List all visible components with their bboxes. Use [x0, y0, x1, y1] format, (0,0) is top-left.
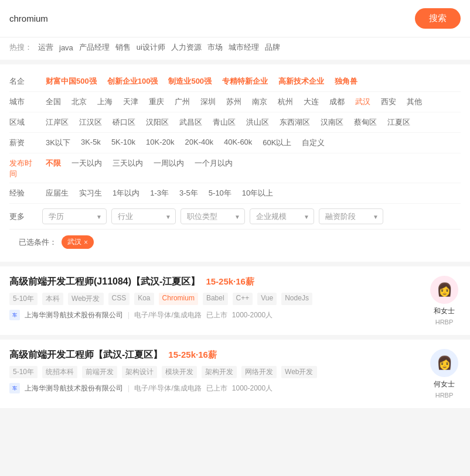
- filter-item-city[interactable]: 上海: [94, 95, 116, 108]
- hot-search-item[interactable]: 产品经理: [79, 42, 110, 53]
- filter-item-city[interactable]: 深圳: [197, 95, 219, 108]
- filter-item-city[interactable]: 大连: [300, 95, 322, 108]
- hot-search-item[interactable]: 城市经理: [229, 42, 259, 53]
- filter-item-experience[interactable]: 3-5年: [176, 187, 202, 200]
- filter-item-city[interactable]: 全国: [42, 95, 64, 108]
- filter-item-district[interactable]: 武昌区: [176, 116, 206, 129]
- filter-item-experience[interactable]: 1-3年: [147, 187, 172, 200]
- hot-search-item[interactable]: 人力资源: [171, 42, 202, 53]
- company-logo: 车: [9, 383, 20, 393]
- filter-item-salary[interactable]: 自定义: [298, 136, 328, 149]
- filter-item-publish-time[interactable]: 三天以内: [109, 157, 147, 170]
- filter-item-city[interactable]: 北京: [68, 95, 90, 108]
- job-tag: Koa: [134, 293, 154, 305]
- filter-item-district[interactable]: 汉南区: [317, 116, 347, 129]
- filter-item-district[interactable]: 江夏区: [384, 116, 414, 129]
- job-tags: 5-10年 本科 Web开发 CSS Koa Chromium Babel C+…: [9, 293, 421, 305]
- selected-tag-wuhan[interactable]: 武汉 ×: [62, 235, 94, 249]
- filter-item[interactable]: 高新技术企业: [275, 75, 328, 88]
- filter-row-company-type: 名企 财富中国500强 创新企业100强 制造业500强 专精特新企业 高新技术…: [9, 71, 461, 92]
- filter-item-district[interactable]: 青山区: [209, 116, 239, 129]
- hot-search-item[interactable]: 市场: [207, 42, 223, 53]
- filter-item-salary[interactable]: 3K-5k: [77, 136, 104, 149]
- filter-label-district: 区域: [9, 116, 38, 128]
- filter-item[interactable]: 财富中国500强: [42, 75, 100, 88]
- company-size-select[interactable]: 企业规模: [250, 208, 314, 224]
- filter-item-publish-time[interactable]: 一个月以内: [191, 157, 236, 170]
- hot-search-item[interactable]: ui设计师: [137, 42, 165, 53]
- filter-item-district[interactable]: 洪山区: [243, 116, 273, 129]
- job-tag: 网络开发: [241, 366, 277, 378]
- company-industry: 电子/半导体/集成电路: [134, 310, 202, 320]
- filter-item-district[interactable]: 东西湖区: [276, 116, 314, 129]
- filter-item-district[interactable]: 江汉区: [76, 116, 105, 129]
- hot-search-bar: 热搜： 运营 java 产品经理 销售 ui设计师 人力资源 市场 城市经理 品…: [0, 37, 470, 60]
- filter-item-city[interactable]: 天津: [120, 95, 142, 108]
- education-select[interactable]: 学历: [42, 208, 107, 224]
- filter-item-city[interactable]: 重庆: [145, 95, 168, 108]
- avatar: 👩: [430, 276, 458, 304]
- filter-item-district[interactable]: 硚口区: [109, 116, 139, 129]
- hot-search-item[interactable]: 品牌: [265, 42, 280, 53]
- search-button[interactable]: 搜索: [415, 8, 461, 29]
- recruiter-name: 何女士: [434, 379, 455, 389]
- filter-item-district[interactable]: 汉阳区: [142, 116, 172, 129]
- filter-item-city[interactable]: 其他: [403, 95, 425, 108]
- hot-search-item[interactable]: 运营: [38, 42, 53, 53]
- filter-item-experience[interactable]: 1年以内: [109, 187, 143, 200]
- filter-item-experience[interactable]: 10年以上: [239, 187, 277, 200]
- filter-item-city[interactable]: 南京: [248, 95, 271, 108]
- job-tag: Web开发: [68, 293, 103, 305]
- filter-item-district[interactable]: 江岸区: [42, 116, 72, 129]
- filter-item-salary[interactable]: 20K-40k: [182, 136, 217, 149]
- job-card[interactable]: 高级前端开发工程师【武汉-江夏区】 15-25k·16薪 5-10年 统招本科 …: [0, 340, 470, 408]
- filter-item-city[interactable]: 成都: [326, 95, 348, 108]
- filter-item[interactable]: 创新企业100强: [104, 75, 162, 88]
- job-title-row: 高级前端开发工程师(J11084)【武汉-江夏区】 15-25k·16薪: [9, 276, 421, 288]
- filter-item-city[interactable]: 苏州: [223, 95, 245, 108]
- filter-items-experience: 应届生 实习生 1年以内 1-3年 3-5年 5-10年 10年以上: [42, 187, 461, 200]
- filter-row-salary: 薪资 3K以下 3K-5k 5K-10k 10K-20k 20K-40k 40K…: [9, 133, 461, 153]
- company-stage: 已上市: [206, 310, 227, 320]
- job-tag: C++: [233, 293, 253, 305]
- filter-item-city[interactable]: 杭州: [274, 95, 297, 108]
- filter-item[interactable]: 专精特新企业: [219, 75, 271, 88]
- tag-close-icon[interactable]: ×: [84, 238, 88, 246]
- filter-item-publish-time-unlimited[interactable]: 不限: [42, 157, 64, 170]
- filter-item-publish-time[interactable]: 一天以内: [68, 157, 105, 170]
- filter-item[interactable]: 独角兽: [331, 75, 361, 88]
- filter-item[interactable]: 制造业500强: [165, 75, 215, 88]
- filter-item-salary[interactable]: 60K以上: [259, 136, 295, 149]
- filter-row-district: 区域 江岸区 江汉区 硚口区 汉阳区 武昌区 青山区 洪山区 东西湖区 汉南区 …: [9, 112, 461, 133]
- job-info: 高级前端开发工程师【武汉-江夏区】 15-25k·16薪 5-10年 统招本科 …: [9, 349, 421, 393]
- filter-row-publish-time: 发布时间 不限 一天以内 三天以内 一周以内 一个月以内: [9, 153, 461, 183]
- job-tag: 统招本科: [42, 366, 77, 378]
- avatar: 👩: [430, 349, 458, 377]
- filter-item-district[interactable]: 蔡甸区: [350, 116, 380, 129]
- filter-item-salary[interactable]: 10K-20k: [142, 136, 178, 149]
- filter-item-salary[interactable]: 5K-10k: [108, 136, 139, 149]
- filter-item-city[interactable]: 广州: [171, 95, 193, 108]
- search-bar: 搜索: [0, 0, 470, 37]
- hot-search-item[interactable]: 销售: [115, 42, 131, 53]
- job-info: 高级前端开发工程师(J11084)【武汉-江夏区】 15-25k·16薪 5-1…: [9, 276, 421, 320]
- job-card[interactable]: 高级前端开发工程师(J11084)【武汉-江夏区】 15-25k·16薪 5-1…: [0, 266, 470, 335]
- filter-item-salary[interactable]: 40K-60k: [220, 136, 256, 149]
- filter-item-experience[interactable]: 实习生: [76, 187, 105, 200]
- filter-item-city-wuhan[interactable]: 武汉: [352, 95, 374, 108]
- filter-item-salary[interactable]: 3K以下: [42, 136, 74, 149]
- filter-item-city[interactable]: 西安: [377, 95, 400, 108]
- job-tag: Babel: [203, 293, 228, 305]
- filter-label-city: 城市: [9, 95, 38, 107]
- job-type-select[interactable]: 职位类型: [180, 208, 245, 224]
- search-input[interactable]: [9, 13, 409, 23]
- hot-search-item[interactable]: java: [59, 43, 73, 52]
- filter-item-experience[interactable]: 5-10年: [205, 187, 235, 200]
- filter-item-publish-time[interactable]: 一周以内: [150, 157, 188, 170]
- recruiter-role: HRBP: [435, 319, 454, 326]
- filter-item-experience[interactable]: 应届生: [42, 187, 72, 200]
- funding-stage-select[interactable]: 融资阶段: [319, 208, 383, 224]
- company-name: 上海华测导航技术股份有限公司: [25, 310, 123, 320]
- industry-select[interactable]: 行业: [111, 208, 176, 224]
- company-logo: 车: [9, 310, 20, 320]
